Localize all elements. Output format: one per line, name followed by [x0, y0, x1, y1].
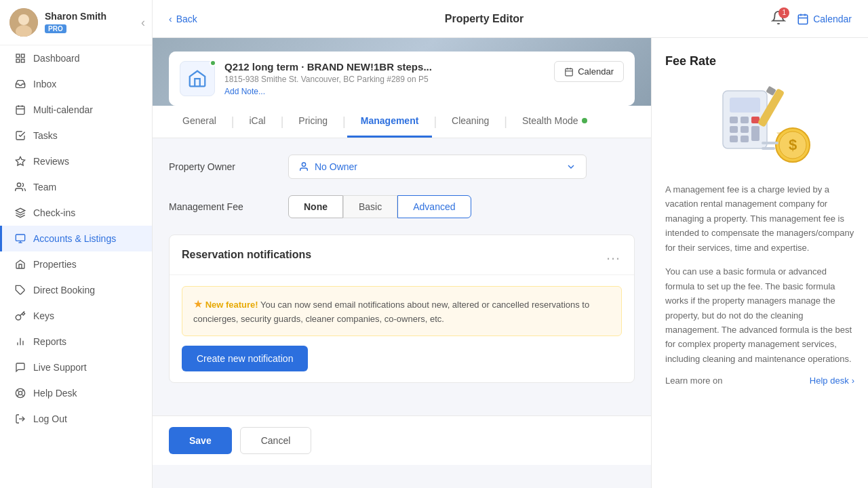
back-button[interactable]: ‹ Back — [169, 14, 197, 24]
fee-basic-button[interactable]: Basic — [343, 195, 397, 218]
calendar-multi-icon — [14, 104, 26, 116]
sidebar-collapse-icon[interactable]: ‹ — [141, 16, 145, 30]
calendar-label: Calendar — [813, 14, 852, 24]
sidebar-label-checkins: Check-ins — [33, 207, 75, 218]
inbox-icon — [14, 78, 26, 90]
tab-management[interactable]: Management — [347, 106, 433, 138]
help-desk-label: Help desk — [810, 375, 849, 386]
tab-general[interactable]: General — [169, 106, 230, 138]
dots-menu-button[interactable]: … — [606, 246, 622, 264]
help-desk-row: Learn more on Help desk › — [665, 375, 854, 386]
learn-more-label: Learn more on — [665, 375, 723, 386]
sidebar-item-reports[interactable]: Reports — [0, 329, 152, 354]
logout-icon — [14, 413, 26, 425]
owner-select[interactable]: No Owner — [288, 155, 587, 179]
property-card: Q212 long term · BRAND NEW!1BR steps... … — [169, 52, 635, 106]
pro-badge: PRO — [45, 24, 66, 33]
help-desk-link[interactable]: Help desk › — [810, 375, 854, 386]
person-icon — [298, 161, 309, 172]
sidebar-item-multicalendar[interactable]: Multi-calendar — [0, 97, 152, 123]
fee-rate-illustration: $ — [665, 81, 854, 169]
sidebar-profile[interactable]: Sharon Smith PRO ‹ — [0, 0, 152, 45]
notification-bell[interactable]: 1 — [771, 10, 786, 28]
reservation-notifications-section: Reservation notifications … ★ New featur… — [169, 235, 635, 383]
owner-select-inner: No Owner — [298, 161, 357, 172]
svg-rect-3 — [16, 54, 20, 58]
sidebar-item-checkins[interactable]: Check-ins — [0, 200, 152, 226]
svg-rect-53 — [762, 142, 778, 144]
tab-ical[interactable]: iCal — [236, 106, 279, 138]
tab-sep-4: | — [432, 115, 438, 129]
svg-marker-13 — [16, 208, 24, 213]
back-chevron-icon: ‹ — [169, 14, 172, 24]
left-panel: Q212 long term · BRAND NEW!1BR steps... … — [153, 38, 651, 488]
create-notification-button[interactable]: Create new notification — [182, 346, 308, 371]
svg-rect-14 — [16, 235, 24, 241]
sidebar-item-accounts-listings[interactable]: Accounts & Listings — [0, 226, 152, 251]
svg-rect-40 — [741, 117, 749, 123]
calendar-link[interactable]: Calendar — [797, 13, 852, 25]
sidebar-item-keys[interactable]: Keys — [0, 303, 152, 329]
tab-cleaning[interactable]: Cleaning — [438, 106, 502, 138]
sidebar-item-live-support[interactable]: Live Support — [0, 354, 152, 380]
sidebar-label-multicalendar: Multi-calendar — [33, 104, 93, 115]
main-content: ‹ Back Property Editor 1 Calendar — [153, 0, 868, 488]
fee-illustration-graphic: $ — [706, 81, 814, 169]
sidebar-item-dashboard[interactable]: Dashboard — [0, 45, 152, 71]
tab-pricing[interactable]: Pricing — [285, 106, 341, 138]
sidebar-item-properties[interactable]: Properties — [0, 251, 152, 277]
svg-rect-39 — [730, 117, 738, 123]
sidebar-label-team: Team — [33, 182, 56, 192]
calendar-nav-icon — [797, 13, 809, 25]
nav-items: Dashboard Inbox Multi-calendar Tasks Rev… — [0, 45, 152, 432]
sidebar-item-reviews[interactable]: Reviews — [0, 148, 152, 174]
svg-rect-4 — [21, 54, 24, 58]
feature-callout: ★ New feature! You can now send email no… — [182, 286, 622, 336]
sidebar-label-properties: Properties — [33, 259, 77, 270]
chevron-down-icon — [566, 161, 576, 172]
users-icon — [14, 181, 26, 193]
sidebar-item-team[interactable]: Team — [0, 174, 152, 200]
notification-title: Reservation notifications — [182, 249, 311, 261]
sidebar-label-log-out: Log Out — [33, 413, 67, 424]
sidebar-label-tasks: Tasks — [33, 130, 58, 141]
tab-sep-3: | — [341, 115, 347, 129]
tab-sep-1: | — [230, 115, 236, 129]
fee-advanced-button[interactable]: Advanced — [397, 195, 471, 218]
sidebar: Sharon Smith PRO ‹ Dashboard Inbox Multi… — [0, 0, 153, 488]
bar-chart-icon — [14, 336, 26, 348]
svg-line-24 — [22, 395, 24, 396]
property-header: Q212 long term · BRAND NEW!1BR steps... … — [153, 38, 651, 106]
grid-icon — [14, 52, 26, 64]
sidebar-item-tasks[interactable]: Tasks — [0, 123, 152, 148]
sidebar-label-keys: Keys — [33, 310, 54, 321]
fee-none-button[interactable]: None — [288, 195, 343, 218]
sidebar-label-direct-booking: Direct Booking — [33, 285, 95, 296]
svg-rect-28 — [798, 15, 808, 24]
svg-rect-32 — [566, 68, 573, 76]
sidebar-label-reports: Reports — [33, 336, 66, 347]
property-address: 1815-938 Smithe St. Vancouver, BC Parkin… — [224, 75, 545, 84]
svg-line-23 — [17, 390, 18, 391]
feature-label: New feature! — [205, 300, 258, 310]
sidebar-item-help-desk[interactable]: Help Desk — [0, 380, 152, 406]
cancel-button[interactable]: Cancel — [240, 427, 312, 454]
page-title: Property Editor — [197, 13, 771, 25]
sidebar-item-log-out[interactable]: Log Out — [0, 406, 152, 432]
sidebar-label-inbox: Inbox — [33, 79, 56, 89]
svg-point-1 — [18, 14, 29, 25]
tag-icon — [14, 284, 26, 296]
sidebar-item-inbox[interactable]: Inbox — [0, 71, 152, 97]
property-calendar-button[interactable]: Calendar — [554, 61, 624, 82]
sidebar-label-dashboard: Dashboard — [33, 53, 80, 64]
svg-text:$: $ — [789, 136, 797, 153]
sidebar-item-direct-booking[interactable]: Direct Booking — [0, 277, 152, 303]
save-button[interactable]: Save — [169, 427, 232, 454]
property-owner-label: Property Owner — [169, 161, 277, 172]
svg-rect-38 — [730, 98, 760, 113]
add-note-link[interactable]: Add Note... — [224, 87, 545, 96]
star-icon — [14, 155, 26, 167]
check-square-icon — [14, 129, 26, 142]
svg-line-26 — [17, 395, 18, 396]
tab-stealth-mode[interactable]: Stealth Mode — [509, 106, 601, 138]
